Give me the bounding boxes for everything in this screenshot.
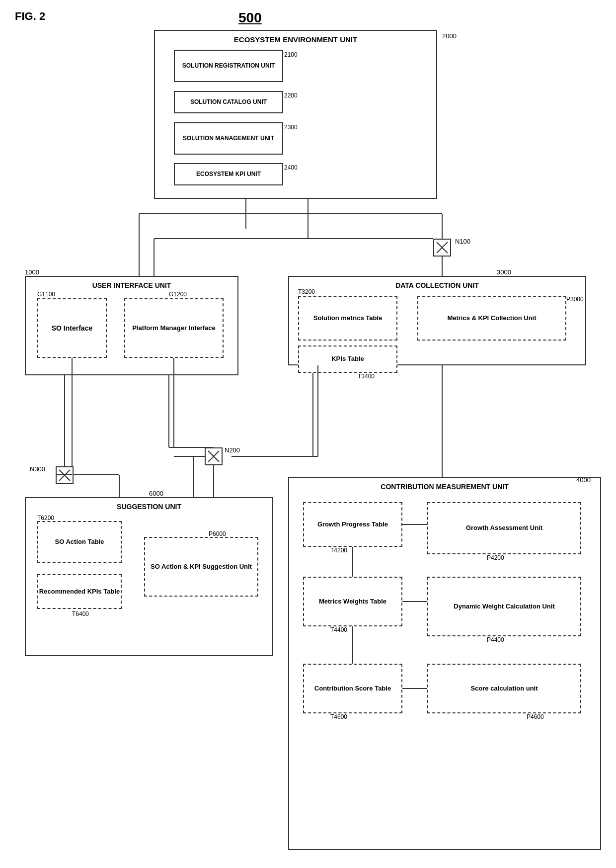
ref-p6000: P6000 [209, 530, 226, 537]
fig-label: FIG. 2 [15, 10, 45, 23]
recommended-kpis-box: Recommended KPIs Table [37, 574, 122, 609]
score-calculation-box: Score calculation unit [427, 664, 581, 713]
metrics-kpi-collection-box: Metrics & KPI Collection Unit [417, 296, 566, 341]
solution-reg-box: SOLUTION REGISTRATION UNIT [174, 50, 283, 82]
growth-progress-box: Growth Progress Table [303, 502, 402, 547]
ref-3000: 3000 [497, 268, 511, 276]
ref-g1100: G1100 [37, 291, 55, 298]
platform-mgr-box: Platform Manager Interface [124, 298, 224, 358]
solution-reg-label: SOLUTION REGISTRATION UNIT [182, 62, 275, 70]
so-interface-label: SO Interface [52, 324, 92, 333]
solution-mgmt-label: SOLUTION MANAGEMENT UNIT [183, 135, 274, 143]
dynamic-weight-label: Dynamic Weight Calculation Unit [454, 603, 554, 611]
dynamic-weight-box: Dynamic Weight Calculation Unit [427, 577, 581, 636]
growth-assessment-label: Growth Assessment Unit [466, 524, 542, 532]
contribution-score-label: Contribution Score Table [314, 685, 391, 693]
ref-p4600: P4600 [527, 713, 544, 720]
contribution-score-box: Contribution Score Table [303, 664, 402, 713]
ref-2000: 2000 [442, 32, 457, 40]
solution-mgmt-box: SOLUTION MANAGEMENT UNIT [174, 122, 283, 155]
kpis-table-label: KPIs Table [331, 355, 364, 363]
ref-t6400: T6400 [72, 610, 89, 617]
solution-catalog-label: SOLUTION CATALOG UNIT [190, 98, 267, 106]
ref-t4200: T4200 [330, 547, 347, 554]
ref-2200: 2200 [284, 92, 298, 99]
ref-n100: N100 [455, 238, 470, 245]
so-action-table-label: SO Action Table [55, 538, 104, 546]
metrics-weights-box: Metrics Weights Table [303, 577, 402, 626]
so-interface-box: SO Interface [37, 298, 107, 358]
ref-t3200: T3200 [298, 288, 315, 295]
user-interface-label: USER INTERFACE UNIT [92, 281, 171, 290]
ref-p4200: P4200 [487, 554, 504, 561]
growth-assessment-box: Growth Assessment Unit [427, 502, 581, 554]
ref-p3000: P3000 [566, 296, 584, 303]
ref-t4400: T4400 [330, 626, 347, 633]
ref-p4400: P4400 [487, 636, 504, 643]
kpis-table-box: KPIs Table [298, 346, 397, 373]
contribution-meas-label: CONTRIBUTION MEASUREMENT UNIT [381, 482, 508, 491]
ref-6000: 6000 [149, 490, 163, 497]
n300-node [56, 466, 74, 484]
n100-node [433, 239, 451, 257]
ref-1000: 1000 [25, 268, 39, 276]
fig-number: 500 [238, 10, 262, 26]
ref-n200: N200 [225, 446, 240, 454]
solution-metrics-box: Solution metrics Table [298, 296, 397, 341]
solution-metrics-label: Solution metrics Table [313, 314, 382, 323]
diagram-container: FIG. 2 500 ECOSYSTEM ENVIRONMENT UNIT 20… [0, 0, 616, 868]
ref-n300: N300 [30, 465, 45, 473]
ref-2400: 2400 [284, 164, 298, 171]
so-action-table-box: SO Action Table [37, 521, 122, 563]
data-collection-label: DATA COLLECTION UNIT [395, 281, 479, 290]
ref-t6200: T6200 [37, 515, 54, 521]
solution-catalog-box: SOLUTION CATALOG UNIT [174, 91, 283, 113]
growth-progress-label: Growth Progress Table [317, 521, 388, 529]
n200-node [205, 447, 223, 465]
score-calculation-label: Score calculation unit [470, 685, 538, 693]
so-action-kpi-label: SO Action & KPI Suggestion Unit [151, 563, 252, 571]
ecosystem-kpi-box: ECOSYSTEM KPI UNIT [174, 163, 283, 185]
ecosystem-env-label: ECOSYSTEM ENVIRONMENT UNIT [234, 35, 357, 45]
recommended-kpis-label: Recommended KPIs Table [39, 588, 120, 596]
platform-mgr-label: Platform Manager Interface [132, 324, 216, 333]
ref-4000: 4000 [576, 476, 591, 484]
ecosystem-kpi-label: ECOSYSTEM KPI UNIT [196, 171, 261, 178]
ref-t3400: T3400 [358, 373, 375, 380]
metrics-weights-label: Metrics Weights Table [319, 598, 386, 606]
ref-g1200: G1200 [169, 291, 187, 298]
so-action-kpi-box: SO Action & KPI Suggestion Unit [144, 537, 258, 597]
ref-2100: 2100 [284, 51, 298, 58]
ref-t4600: T4600 [330, 713, 347, 720]
suggestion-unit-label: SUGGESTION UNIT [117, 502, 181, 511]
metrics-kpi-collection-label: Metrics & KPI Collection Unit [447, 314, 536, 323]
ref-2300: 2300 [284, 124, 298, 131]
